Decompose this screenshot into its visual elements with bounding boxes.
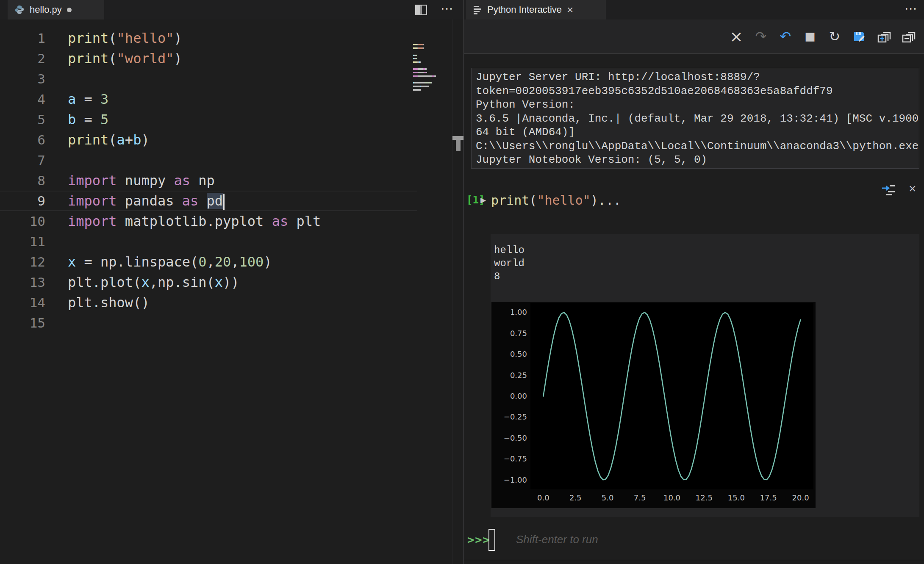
editor-line-6[interactable]: 6print(a+b) [0,130,417,150]
cell-output: helloworld8 1.000.750.500.250.00−0.25−0.… [491,234,919,517]
stdout-line: world [494,257,919,270]
server-info-line: token=0020053917eeb395c6352d510ae2068468… [476,84,919,98]
editor-line-15[interactable]: 15 [0,313,417,333]
editor-gutter-line [452,19,452,564]
python-interactive-panel: Python Interactive × ⋯ × ↷ ↶ ■ ↻ [464,0,924,564]
sash-handle[interactable] [452,136,463,140]
editor-line-10[interactable]: 10import matplotlib.pyplot as plt [0,211,417,231]
x-tick-label: 0.0 [530,493,556,502]
editor-line-4[interactable]: 4a = 3 [0,89,417,109]
matplotlib-figure: 1.000.750.500.250.00−0.25−0.50−0.75−1.00… [491,302,816,508]
save-as-notebook-button[interactable] [852,29,866,44]
editor-line-2[interactable]: 2print("world") [0,48,417,69]
x-tick-label: 2.5 [563,493,588,502]
y-tick-label: 0.50 [491,350,527,358]
repl-input-placeholder[interactable]: Shift-enter to run [516,533,598,546]
line-number: 9 [0,191,45,211]
y-tick-label: 0.00 [491,392,527,400]
x-tick-label: 10.0 [659,493,685,502]
repl-prompt: >>> [467,533,491,546]
tab-hello-py[interactable]: hello.py [8,0,104,19]
x-tick-label: 7.5 [627,493,652,502]
y-tick-label: −0.25 [491,412,527,421]
interrupt-kernel-button[interactable]: ■ [803,29,817,44]
y-tick-label: 0.75 [491,329,527,338]
close-icon[interactable]: × [909,181,916,196]
modified-dot-icon[interactable] [67,8,72,12]
tab-title: Python Interactive [487,4,562,15]
editor-line-7[interactable]: 7 [0,150,417,170]
editor-tab-bar: hello.py ⋯ [0,0,464,19]
stdout-line: 8 [494,270,919,283]
undo-button[interactable]: ↶ [778,29,793,44]
close-icon[interactable]: × [567,4,573,15]
editor-line-8[interactable]: 8import numpy as np [0,170,417,191]
panel-more-actions-icon[interactable]: ⋯ [905,1,918,16]
restart-kernel-button[interactable]: ↻ [827,29,842,44]
text-cursor [223,194,225,210]
stdout-line: hello [494,244,919,257]
server-info-line: Python Version: [476,98,919,112]
toolbar-separator [464,53,924,54]
x-tick-label: 5.0 [595,493,620,502]
interactive-window-icon [473,5,482,14]
y-tick-label: 1.00 [491,308,527,317]
line-number: 6 [0,130,45,150]
editor-line-3[interactable]: 3 [0,69,417,89]
x-tick-label: 20.0 [788,493,813,502]
server-info-line: C:\\Users\\ronglu\\AppData\\Local\\Conti… [476,139,919,153]
editor-more-actions-icon[interactable]: ⋯ [441,1,454,16]
line-number: 4 [0,89,45,109]
line-number: 8 [0,170,45,191]
editor-lines: 1print("hello")2print("world")34a = 35b … [0,28,417,333]
line-number: 13 [0,272,45,292]
goto-input-icon[interactable] [881,183,896,197]
split-editor-icon[interactable] [415,5,427,15]
y-tick-label: −0.75 [491,454,527,463]
line-number: 1 [0,28,45,48]
line-number: 11 [0,231,45,252]
editor-line-5[interactable]: 5b = 5 [0,109,417,130]
stdout-text: helloworld8 [491,234,919,283]
panel-tab-bar: Python Interactive × ⋯ [464,0,924,19]
editor-line-11[interactable]: 11 [0,231,417,252]
y-tick-label: −1.00 [491,475,527,484]
jupyter-server-info: Jupyter Server URI: http://localhost:888… [471,68,919,169]
clear-cells-button[interactable]: × [729,29,744,44]
vscode-window: hello.py ⋯ 1print("hello")2print("world"… [0,0,924,564]
line-number: 5 [0,109,45,130]
collapse-all-cells-button[interactable] [901,29,916,44]
redo-button[interactable]: ↷ [754,29,768,44]
server-info-line: 64 bit (AMD64)] [476,125,919,139]
repl-caret[interactable] [488,529,495,551]
editor-line-1[interactable]: 1print("hello") [0,28,417,48]
editor-line-13[interactable]: 13plt.plot(x,np.sin(x)) [0,272,417,292]
x-tick-label: 17.5 [756,493,781,502]
code-editor[interactable]: 1print("hello")2print("world")34a = 35b … [0,19,464,564]
y-tick-label: −0.50 [491,433,527,442]
tab-title: hello.py [30,4,62,15]
y-tick-label: 0.25 [491,371,527,380]
line-number: 10 [0,211,45,231]
line-number: 3 [0,69,45,89]
cell-code-summary[interactable]: print("hello")... [491,193,621,208]
editor-line-9[interactable]: 9import pandas as pd [0,191,417,211]
server-info-line: 3.6.5 |Anaconda, Inc.| (default, Mar 29 … [476,112,919,126]
x-tick-label: 12.5 [691,493,717,502]
server-info-line: Jupyter Server URI: http://localhost:888… [476,70,919,84]
expand-all-cells-button[interactable] [877,29,891,44]
sine-plot [491,302,816,508]
editor-line-14[interactable]: 14plt.show() [0,292,417,313]
editor-line-12[interactable]: 12x = np.linspace(0,20,100) [0,252,417,272]
run-marker-icon[interactable]: ▶ [480,196,486,204]
line-number: 12 [0,252,45,272]
tab-python-interactive[interactable]: Python Interactive × [466,0,606,19]
minimap[interactable] [413,44,446,96]
line-number: 15 [0,313,45,333]
line-number: 2 [0,48,45,69]
panel-bottom-border [464,560,924,560]
interactive-toolbar: × ↷ ↶ ■ ↻ [464,19,924,53]
python-file-icon [14,5,25,15]
line-number: 14 [0,292,45,313]
sash-handle-stem[interactable] [456,140,461,151]
